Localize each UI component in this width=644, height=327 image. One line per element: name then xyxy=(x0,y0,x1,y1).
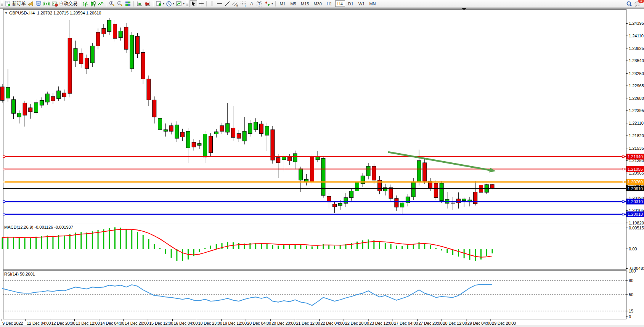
bar-chart-mode-button[interactable] xyxy=(82,0,89,7)
arrows-tool-button[interactable]: ▾ xyxy=(263,0,274,7)
chart-canvas[interactable]: 1.243951.241101.238251.235401.232501.229… xyxy=(0,8,644,327)
svg-text:80: 80 xyxy=(629,278,633,283)
svg-text:21 Dec 12:00: 21 Dec 12:00 xyxy=(296,321,320,325)
crosshair-tool-button[interactable] xyxy=(197,0,205,7)
svg-text:16 Dec 04:00: 16 Dec 04:00 xyxy=(173,321,198,325)
svg-text:29 Dec 04:00: 29 Dec 04:00 xyxy=(467,321,491,325)
chart-title-text: GBPUSD-,H4 1.20702 1.20715 1.20594 1.206… xyxy=(9,11,101,15)
add-indicator-button[interactable]: ▾ xyxy=(155,0,165,7)
tile-windows-button[interactable] xyxy=(124,0,132,7)
notification-badge: 1 xyxy=(638,0,644,3)
svg-text:22 Dec 20:00: 22 Dec 20:00 xyxy=(345,321,369,325)
search-button[interactable] xyxy=(625,0,633,7)
line-mode-icon xyxy=(98,1,104,7)
chart-window-button[interactable] xyxy=(35,0,43,7)
timeframe-mn-button[interactable]: MN xyxy=(367,0,377,7)
timeframe-m15-button[interactable]: M15 xyxy=(299,0,311,7)
svg-text:1.21340: 1.21340 xyxy=(628,154,643,159)
new-order-icon xyxy=(5,1,11,7)
svg-text:28 Dec 12:00: 28 Dec 12:00 xyxy=(443,321,467,325)
svg-text:1.24110: 1.24110 xyxy=(629,34,644,38)
autotrading-icon xyxy=(51,1,58,7)
timeframe-m30-button[interactable]: M30 xyxy=(312,0,323,7)
timeframe-w1-button[interactable]: W1 xyxy=(357,0,367,7)
chart-window-icon xyxy=(35,1,42,7)
autotrading-label: 自动交易 xyxy=(59,0,77,7)
zoom-out-icon xyxy=(117,1,123,7)
period-clock-caret-icon: ▾ xyxy=(173,2,174,5)
chart-template-icon xyxy=(176,1,182,7)
svg-text:13 Dec 12:00: 13 Dec 12:00 xyxy=(76,321,100,325)
new-order-label: 新订单 xyxy=(12,0,26,7)
timeframe-m5-button[interactable]: M5 xyxy=(288,0,298,7)
svg-text:100: 100 xyxy=(629,269,636,273)
svg-text:50: 50 xyxy=(629,292,633,297)
svg-text:1.21820: 1.21820 xyxy=(629,133,644,138)
svg-text:22 Dec 04:00: 22 Dec 04:00 xyxy=(321,321,345,325)
auto-scroll-button[interactable] xyxy=(135,0,143,7)
text-icon: A xyxy=(249,1,255,6)
vertical-line-tool-button[interactable] xyxy=(208,0,216,7)
equidistant-channel-tool-button[interactable]: E xyxy=(231,0,239,7)
svg-text:18 Dec 23:00: 18 Dec 23:00 xyxy=(198,321,222,325)
svg-text:1.19820: 1.19820 xyxy=(629,221,644,225)
timeframe-d1-button[interactable]: D1 xyxy=(346,0,356,7)
add-indicator-caret-icon: ▾ xyxy=(163,2,164,5)
line-mode-button[interactable] xyxy=(97,0,104,7)
macd-indicator-label: MACD(12,26,9) -0.001126 -0.001937 xyxy=(4,225,73,229)
svg-text:E: E xyxy=(236,4,238,7)
crosshair-icon xyxy=(198,1,204,6)
timeframe-h4-button[interactable]: H4 xyxy=(335,0,345,7)
svg-text:1.23825: 1.23825 xyxy=(629,46,644,51)
signal-button[interactable] xyxy=(43,0,51,7)
zoom-in-button[interactable] xyxy=(108,0,116,7)
symbol-dropdown-icon[interactable]: ▼ xyxy=(5,11,8,15)
svg-text:27 Dec 20:00: 27 Dec 20:00 xyxy=(418,321,442,325)
svg-text:T: T xyxy=(258,2,260,6)
svg-text:1.22680: 1.22680 xyxy=(629,96,644,101)
svg-text:15: 15 xyxy=(629,309,633,313)
timeframe-m1-button[interactable]: M1 xyxy=(278,0,287,7)
period-clock-button[interactable]: ▾ xyxy=(165,0,175,7)
fibonacci-icon: F xyxy=(240,1,247,7)
horn-alert-icon xyxy=(27,1,34,7)
fibonacci-tool-button[interactable]: F xyxy=(239,0,248,7)
cursor-tool-button[interactable] xyxy=(190,0,197,7)
svg-text:0: 0 xyxy=(629,314,631,319)
toolbar-grip[interactable] xyxy=(1,1,3,6)
trendline-tool-button[interactable] xyxy=(223,0,231,7)
svg-text:9 Dec 2022: 9 Dec 2022 xyxy=(2,321,23,325)
equidistant-channel-icon: E xyxy=(232,1,239,7)
svg-text:1.20310: 1.20310 xyxy=(628,199,643,204)
auto-scroll-icon xyxy=(136,1,143,7)
timeframe-h1-button[interactable]: H1 xyxy=(324,0,334,7)
trendline-icon xyxy=(225,1,230,6)
chat-button[interactable]: 1 xyxy=(633,0,642,7)
svg-text:1.21535: 1.21535 xyxy=(629,146,644,151)
svg-text:23 Dec 12:00: 23 Dec 12:00 xyxy=(369,321,393,325)
svg-text:1.22395: 1.22395 xyxy=(629,108,644,113)
add-indicator-icon xyxy=(156,1,162,7)
svg-text:20 Dec 04:00: 20 Dec 04:00 xyxy=(247,321,271,325)
text-label-tool-button[interactable]: T xyxy=(255,0,263,7)
horn-alert-button[interactable] xyxy=(27,0,35,7)
autotrading-button[interactable]: 自动交易 xyxy=(51,0,78,7)
svg-text:12 Dec 20:00: 12 Dec 20:00 xyxy=(51,321,75,325)
svg-text:1.24395: 1.24395 xyxy=(629,21,644,26)
candle-mode-button[interactable] xyxy=(89,0,97,7)
chart-template-button[interactable]: ▾ xyxy=(175,0,185,7)
svg-text:15 Dec 12:00: 15 Dec 12:00 xyxy=(149,321,173,325)
svg-text:14 Dec 20:00: 14 Dec 20:00 xyxy=(125,321,149,325)
text-tool-button[interactable]: A xyxy=(248,0,255,7)
horizontal-line-tool-button[interactable] xyxy=(216,0,223,7)
svg-text:F: F xyxy=(245,4,246,7)
signal-icon xyxy=(43,1,50,7)
period-clock-icon xyxy=(166,1,172,7)
svg-text:0.00: 0.00 xyxy=(629,247,637,251)
main-toolbar: 新订单 自动交易 xyxy=(0,0,644,8)
chart-shift-button[interactable] xyxy=(143,0,151,7)
zoom-out-button[interactable] xyxy=(116,0,124,7)
new-order-button[interactable]: 新订单 xyxy=(4,0,27,7)
svg-text:0.00515: 0.00515 xyxy=(629,226,644,230)
svg-text:1.23250: 1.23250 xyxy=(629,71,644,76)
